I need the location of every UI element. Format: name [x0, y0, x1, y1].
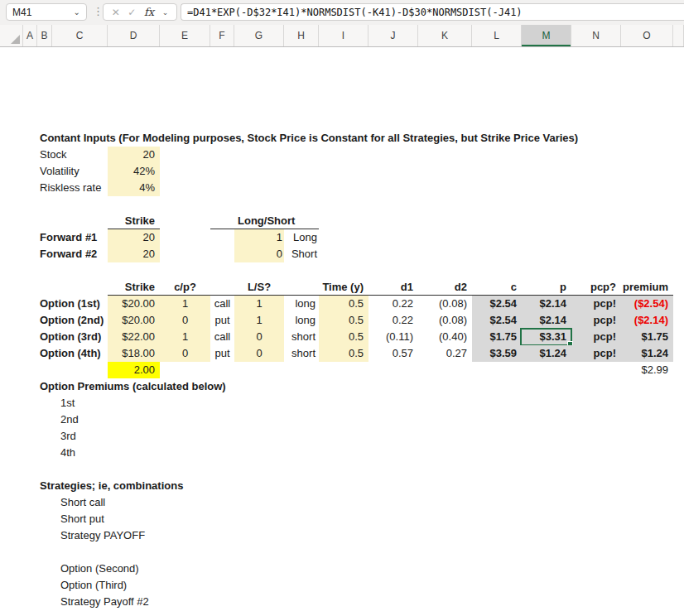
column-header-j[interactable]: J — [368, 25, 418, 46]
cell-option2-d2[interactable]: (0.08) — [418, 312, 472, 329]
column-header-f[interactable]: F — [210, 25, 234, 46]
cell-option3-lsword[interactable]: short — [284, 329, 319, 345]
cell-option4-strike[interactable]: $18.00 — [108, 345, 160, 362]
select-all-button[interactable] — [0, 25, 23, 46]
cell-riskless-value[interactable]: 4% — [108, 180, 160, 196]
cell-premium-1st[interactable]: 1st — [52, 395, 466, 411]
cell-option3-c[interactable]: $1.75 — [472, 329, 522, 345]
cell-option1-cpword[interactable]: call — [210, 296, 234, 312]
cell-fwd-longshort-header[interactable]: Long/Short — [234, 213, 319, 229]
cell-option2-premium[interactable]: ($2.14) — [621, 312, 673, 329]
cell-forward2-dir[interactable]: Short — [284, 246, 319, 262]
cell-option3-cp[interactable]: 1 — [160, 329, 210, 345]
cell-forward1-ls[interactable]: 1 — [234, 229, 284, 246]
sheet-canvas[interactable]: Contant Inputs (For Modeling purposes, S… — [0, 47, 684, 616]
cell-option2-strike[interactable]: $20.00 — [108, 312, 160, 329]
chevron-down-icon[interactable]: ⌄ — [74, 7, 80, 17]
cell-option4-time[interactable]: 0.5 — [319, 345, 368, 362]
cell-strategy-payoff-2[interactable]: Strategy Payoff #2 — [52, 594, 466, 610]
column-header-m-selected[interactable]: M — [522, 25, 571, 46]
cell-option3-cpword[interactable]: call — [210, 329, 234, 345]
cell-stock-value[interactable]: 20 — [108, 147, 160, 163]
header-pcp[interactable]: pcp? — [571, 279, 621, 296]
cell-option4-c[interactable]: $3.59 — [472, 345, 522, 362]
cell-option3-p-selected[interactable]: $3.31 — [522, 329, 571, 345]
cell-option4-lsword[interactable]: short — [284, 345, 319, 362]
cell-volatility-value[interactable]: 42% — [108, 163, 160, 180]
column-header-p-stub[interactable] — [673, 25, 684, 46]
cell-strategy-payoff[interactable]: Strategy PAYOFF — [52, 527, 466, 544]
column-header-n[interactable]: N — [571, 25, 621, 46]
cell-option4-p[interactable]: $1.24 — [522, 345, 571, 362]
cell-option2-c[interactable]: $2.54 — [472, 312, 522, 329]
cell-option4-d2[interactable]: 0.27 — [418, 345, 472, 362]
enter-icon[interactable]: ✓ — [128, 7, 136, 18]
cell-option3-d1[interactable]: (0.11) — [368, 329, 418, 345]
cell-option3-strike[interactable]: $22.00 — [108, 329, 160, 345]
column-header-d[interactable]: D — [108, 25, 160, 46]
column-header-l[interactable]: L — [472, 25, 522, 46]
cell-option3-premium[interactable]: $1.75 — [621, 329, 673, 345]
header-c[interactable]: c — [472, 279, 522, 296]
cancel-icon[interactable]: ✕ — [112, 7, 120, 18]
header-ls[interactable]: L/S? — [234, 279, 284, 296]
header-premium[interactable]: premium — [621, 279, 673, 296]
header-time[interactable]: Time (y) — [319, 279, 368, 296]
cell-forward1-strike[interactable]: 20 — [108, 229, 160, 246]
cell-option2-d1[interactable]: 0.22 — [368, 312, 418, 329]
cell-option1-cp[interactable]: 1 — [160, 296, 210, 312]
chevron-down-icon[interactable]: ⌄ — [162, 8, 169, 17]
cell-premium-2nd[interactable]: 2nd — [52, 411, 466, 428]
cell-premium-4th[interactable]: 4th — [52, 445, 466, 461]
formula-input[interactable]: =D41*EXP(-D$32*I41)*NORMSDIST(-K41)-D$30… — [181, 3, 684, 21]
cell-option1-time[interactable]: 0.5 — [319, 296, 368, 312]
cell-option2-cp[interactable]: 0 — [160, 312, 210, 329]
cell-fwd-strike-header[interactable]: Strike — [108, 213, 160, 229]
cell-forward1-dir[interactable]: Long — [284, 229, 319, 246]
column-header-k[interactable]: K — [418, 25, 472, 46]
header-cp[interactable]: c/p? — [160, 279, 210, 296]
cell-option1-pcp[interactable]: pcp! — [571, 296, 621, 312]
cell-option2-time[interactable]: 0.5 — [319, 312, 368, 329]
cell-option2-ls[interactable]: 1 — [234, 312, 284, 329]
cell-short-call[interactable]: Short call — [52, 494, 466, 511]
cell-option2-lsword[interactable]: long — [284, 312, 319, 329]
column-header-c[interactable]: C — [52, 25, 108, 46]
cell-option-second[interactable]: Option (Second) — [52, 561, 466, 577]
cell-option1-lsword[interactable]: long — [284, 296, 319, 312]
header-strike[interactable]: Strike — [108, 279, 160, 296]
cell-option4-cp[interactable]: 0 — [160, 345, 210, 362]
cell-option4-ls[interactable]: 0 — [234, 345, 284, 362]
cell-option4-d1[interactable]: 0.57 — [368, 345, 418, 362]
cell-option3-pcp[interactable]: pcp! — [571, 329, 621, 345]
cell-title[interactable]: Contant Inputs (For Modeling purposes, S… — [37, 130, 675, 147]
column-header-i[interactable]: I — [319, 25, 368, 46]
header-d2[interactable]: d2 — [418, 279, 472, 296]
cell-option2-pcp[interactable]: pcp! — [571, 312, 621, 329]
cell-option1-premium[interactable]: ($2.54) — [621, 296, 673, 312]
cell-strike-note[interactable]: 2.00 — [108, 362, 160, 378]
cell-option4-premium[interactable]: $1.24 — [621, 345, 673, 362]
cell-option-third[interactable]: Option (Third) — [52, 577, 466, 594]
column-header-h[interactable]: H — [284, 25, 319, 46]
cell-option3-ls[interactable]: 0 — [234, 329, 284, 345]
cell-forward2-ls[interactable]: 0 — [234, 246, 284, 262]
column-header-g[interactable]: G — [234, 25, 284, 46]
cell-option1-c[interactable]: $2.54 — [472, 296, 522, 312]
column-header-e[interactable]: E — [160, 25, 210, 46]
cell-option4-cpword[interactable]: put — [210, 345, 234, 362]
cell-option2-p[interactable]: $2.14 — [522, 312, 571, 329]
column-header-o[interactable]: O — [621, 25, 673, 46]
cell-option1-d1[interactable]: 0.22 — [368, 296, 418, 312]
header-d1[interactable]: d1 — [368, 279, 418, 296]
cell-option4-pcp[interactable]: pcp! — [571, 345, 621, 362]
cell-forward2-strike[interactable]: 20 — [108, 246, 160, 262]
cell-strategies-title[interactable]: Strategies; ie, combinations — [37, 478, 675, 494]
cell-option1-ls[interactable]: 1 — [234, 296, 284, 312]
cell-option3-time[interactable]: 0.5 — [319, 329, 368, 345]
cell-option2-cpword[interactable]: put — [210, 312, 234, 329]
cell-option1-p[interactable]: $2.14 — [522, 296, 571, 312]
name-box[interactable]: M41 ⌄ — [6, 3, 87, 21]
cell-option1-strike[interactable]: $20.00 — [108, 296, 160, 312]
column-header-a[interactable]: A — [23, 25, 37, 46]
